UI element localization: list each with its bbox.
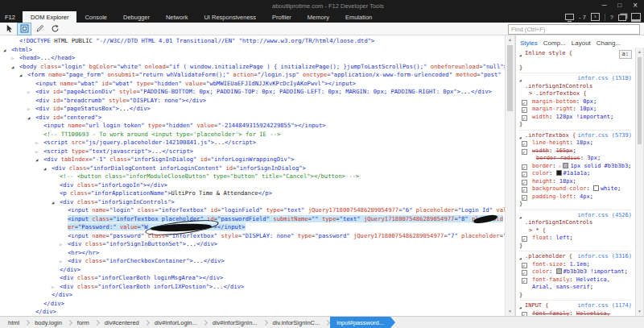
dom-tree-line[interactable]: </div> [0, 308, 505, 316]
expand-arrow-icon[interactable]: ▷ [60, 240, 62, 249]
css-property-row[interactable]: margin-bottom: 0px; [519, 98, 632, 106]
dom-tree-line[interactable]: <!DOCTYPE HTML PUBLIC "-//W3C//DTD HTML … [0, 37, 505, 46]
stylesheet-link[interactable]: infor.css (3316) [578, 253, 632, 261]
property-value[interactable]: 18px [559, 178, 573, 185]
dom-tree-scrollbar[interactable] [505, 35, 515, 316]
tab-ui-responsiveness[interactable]: UI Responsiveness [196, 11, 264, 23]
styles-tab-comp[interactable]: Comp... [543, 39, 566, 47]
css-selector[interactable]: .placeholder { [525, 253, 572, 259]
select-element-button[interactable] [2, 23, 15, 35]
property-checkbox[interactable] [522, 141, 527, 147]
dom-tree-line[interactable]: ◢<div tabIndex="-1" class="inforSignInDi… [0, 156, 505, 164]
breadcrumb-item-div-inforlogin[interactable]: div#inforLogin... [150, 317, 202, 328]
dom-tree-line[interactable]: <input name="wbat" id="wbat" type="hidde… [0, 80, 505, 89]
css-selector[interactable]: .inforSignInControls [525, 219, 592, 226]
tab-emulation[interactable]: Emulation [337, 11, 380, 23]
property-name[interactable]: font-family [532, 276, 569, 283]
property-name[interactable]: width [532, 147, 549, 154]
dom-tree-line[interactable]: <!-- TT100693 - To work around <input ty… [0, 131, 505, 139]
help-icon[interactable]: ? [610, 14, 613, 21]
scrollbar-thumb[interactable] [507, 45, 513, 111]
dom-tree-line[interactable]: ▷<script src="js/jquery.placeholder-1421… [0, 139, 505, 147]
property-name[interactable]: height [532, 178, 552, 185]
dom-tree-line[interactable]: <div id="breadcrumb" style="DISPLAY: non… [0, 97, 505, 106]
collapse-arrow-icon[interactable]: ◢ [52, 198, 54, 207]
expand-arrow-icon[interactable]: ▷ [559, 164, 562, 168]
property-name[interactable]: margin-right [532, 106, 573, 112]
css-selector[interactable]: .inforTextbox { [525, 132, 576, 139]
styles-tab-chang[interactable]: Chang... [597, 39, 621, 47]
stylesheet-link[interactable]: infor.css (4526) [578, 212, 632, 220]
property-name[interactable]: background-color [532, 185, 586, 192]
dom-tree-line[interactable]: ▷<head>...</head> [0, 54, 505, 63]
expand-arrow-icon[interactable]: ▷ [27, 105, 30, 114]
styles-tab-layout[interactable]: Layout [572, 39, 591, 47]
dom-tree-line[interactable]: ▷<script type="text/javascript">...</scr… [0, 147, 505, 156]
dom-tree-line-selected[interactable]: <input class="inforTextbox placeholder" … [0, 215, 505, 232]
breadcrumb-item-div-inforsignin[interactable]: div#inforSignIn... [208, 317, 262, 328]
collapse-arrow-icon[interactable]: ◢ [11, 63, 14, 72]
property-checkbox[interactable] [522, 270, 527, 276]
css-property-row[interactable]: font-family: Helvetica, Arial, sans-seri… [519, 276, 632, 292]
dom-tree-line[interactable]: ◢<div class="inforDialogContent inforLog… [0, 164, 505, 173]
dom-tree-line[interactable]: <input name="login" class="inforTextbox"… [0, 206, 505, 215]
property-value[interactable]: 4px [580, 193, 590, 200]
dom-tree-line[interactable]: ▷<div class="inforCheckboxContainer">...… [0, 257, 505, 266]
property-checkbox[interactable] [522, 149, 527, 155]
stylesheet-link[interactable]: infor.css (1518) [578, 75, 632, 83]
pseudo-state-button[interactable]: a: [619, 50, 632, 59]
collapse-arrow-icon[interactable]: ◢ [27, 114, 30, 122]
expand-arrow-icon[interactable]: ▷ [11, 54, 14, 63]
styles-tab-styles[interactable]: Styles [520, 39, 538, 47]
close-button[interactable] [633, 1, 638, 11]
dom-tree-line[interactable]: <input name="password" class="inforTextb… [0, 232, 505, 241]
property-checkbox[interactable] [522, 172, 527, 177]
stylesheet-link[interactable]: infor.css (5739) [578, 132, 632, 140]
unpin-icon[interactable] [618, 15, 626, 21]
css-property-row[interactable]: color: #1a1a1a; [519, 170, 632, 178]
property-checkbox[interactable] [522, 263, 527, 268]
css-selector[interactable]: Inline style { [525, 50, 572, 56]
maximize-button[interactable] [617, 1, 621, 11]
collapse-arrow-icon[interactable]: ◢ [43, 164, 46, 173]
property-value[interactable]: 1.1em [569, 261, 586, 268]
dom-tree-line[interactable]: </div> [0, 266, 505, 275]
breadcrumb-item-div-centered[interactable]: div#centered [100, 317, 144, 328]
collapse-arrow-icon[interactable]: ◢ [519, 77, 522, 85]
property-value[interactable]: 165px [556, 147, 573, 154]
expand-arrow-icon[interactable]: ▷ [27, 88, 30, 97]
expand-arrow-icon[interactable]: ▷ [60, 257, 62, 266]
styles-scrollbar[interactable] [635, 48, 644, 316]
property-checkbox[interactable] [522, 180, 527, 185]
dom-tree-line[interactable]: </div> [0, 300, 505, 309]
css-property-row[interactable]: width: 128px !important; [519, 114, 632, 122]
scroll-up-icon[interactable] [506, 35, 514, 44]
scroll-down-icon[interactable] [636, 307, 643, 316]
dom-tree-line[interactable]: <p class="inforApplicationName">UltiPro … [0, 189, 505, 198]
css-property-row[interactable]: color: #b3b3b3 !important; [519, 268, 632, 276]
dom-tree-line[interactable]: ▷<div id="pageStatusBox">...</div> [0, 105, 505, 114]
scroll-down-icon[interactable] [506, 307, 514, 316]
breadcrumb-item-html[interactable]: html [3, 317, 24, 328]
property-name[interactable]: color [532, 268, 549, 275]
dom-tree-line[interactable]: ◢<html> [0, 46, 505, 55]
property-value[interactable]: #1a1a1a [564, 170, 588, 176]
css-property-row[interactable]: width: 165px; [519, 147, 632, 156]
tab-debugger[interactable]: Debugger [115, 11, 158, 23]
dom-tree-line[interactable]: ▷<div class="inforClearBoth inforLIXPost… [0, 283, 505, 292]
css-property-row[interactable]: border-radius: 3px; [519, 155, 632, 163]
property-name[interactable]: padding-left [532, 193, 573, 200]
css-property-row[interactable]: margin-right: 10px; [519, 106, 632, 114]
breadcrumb-item-form[interactable]: form [72, 317, 94, 328]
css-property-row[interactable]: float: left; [519, 235, 632, 243]
scrollbar-thumb[interactable] [638, 57, 642, 144]
tab-memory[interactable]: Memory [299, 11, 337, 23]
collapse-arrow-icon[interactable]: ◢ [519, 214, 522, 222]
tab-console[interactable]: Console [76, 11, 115, 23]
scroll-up-icon[interactable] [636, 48, 643, 56]
css-property-row[interactable]: font-family: Helvetica, Arial, sans-seri… [519, 310, 632, 317]
dom-tree-line[interactable]: <!-- <button class="inforModuleCloseButt… [0, 172, 505, 181]
tab-profiler[interactable]: Profiler [264, 11, 299, 23]
dom-tree-line[interactable]: ◢<form name="page_form" onsubmit="return… [0, 71, 505, 80]
dom-tree-line[interactable]: </div> [0, 291, 505, 300]
